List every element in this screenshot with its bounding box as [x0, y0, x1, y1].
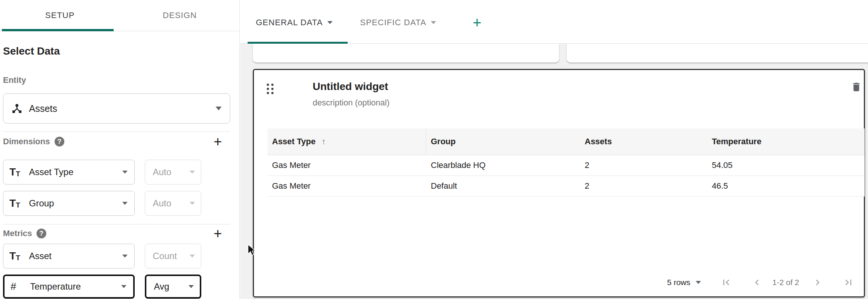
- divider: [3, 131, 230, 132]
- results-table: Asset Type ↑ Group Assets Temperature Ga…: [268, 128, 865, 197]
- widget-above-right: [567, 44, 868, 63]
- dashboard-canvas: GENERAL DATA SPECIFIC DATA + Untitled wi…: [240, 0, 868, 299]
- widget-title-input[interactable]: Untitled widget: [313, 81, 388, 93]
- entity-select[interactable]: Assets: [3, 93, 230, 124]
- metrics-label: Metrics: [3, 229, 32, 238]
- table-row: Gas Meter Default 2 46.5: [268, 176, 865, 197]
- previous-page-button[interactable]: [751, 277, 763, 288]
- tab-specific-data[interactable]: SPECIFIC DATA: [360, 14, 436, 31]
- dimension-row: TT Group Auto: [3, 191, 230, 216]
- select-data-heading: Select Data: [3, 45, 60, 57]
- column-header-asset-type[interactable]: Asset Type ↑: [268, 128, 426, 155]
- text-type-icon: TT: [9, 198, 24, 209]
- metric-aggregation-select: Count: [145, 244, 201, 268]
- chevron-down-icon: [431, 21, 436, 24]
- number-type-icon: #: [11, 281, 25, 293]
- table-widget-card[interactable]: Untitled widget description (optional) A…: [253, 69, 865, 297]
- tab-general-data[interactable]: GENERAL DATA: [256, 14, 333, 31]
- widget-above-left: [253, 44, 559, 63]
- column-header-temperature[interactable]: Temperature: [707, 128, 865, 155]
- dimensions-section-header: Dimensions ? +: [3, 134, 227, 149]
- dimension-field-select-asset-type[interactable]: TT Asset Type: [3, 160, 135, 185]
- chevron-down-icon: [122, 255, 128, 258]
- metric-field-select-temperature[interactable]: # Temperature: [3, 275, 135, 299]
- help-icon[interactable]: ?: [55, 137, 64, 146]
- sidebar-tabbar: SETUP DESIGN: [0, 0, 240, 31]
- dimension-row: TT Asset Type Auto: [3, 160, 230, 185]
- metrics-section-header: Metrics ? +: [3, 226, 227, 241]
- dashboard-builder-screen: SETUP DESIGN Select Data Entity Assets D…: [0, 0, 868, 299]
- text-type-icon: TT: [9, 251, 24, 261]
- chevron-down-icon: [216, 107, 222, 110]
- next-page-button[interactable]: [812, 277, 823, 288]
- help-icon[interactable]: ?: [36, 229, 46, 238]
- active-tab-indicator: [2, 29, 114, 31]
- chevron-down-icon: [696, 281, 701, 284]
- column-header-assets[interactable]: Assets: [580, 128, 707, 155]
- dimension-bucket-select: Auto: [145, 191, 201, 216]
- metric-row-selected: # Temperature Avg: [3, 275, 230, 299]
- widget-description-input[interactable]: description (optional): [313, 98, 389, 108]
- metric-aggregation-select-avg[interactable]: Avg: [145, 275, 201, 299]
- delete-widget-icon[interactable]: [851, 81, 862, 93]
- chevron-down-icon: [122, 202, 128, 205]
- entity-label: Entity: [3, 75, 26, 85]
- add-metric-button[interactable]: +: [214, 226, 227, 241]
- chevron-down-icon: [327, 21, 333, 24]
- chevron-down-icon: [122, 171, 128, 174]
- column-header-group[interactable]: Group: [426, 128, 580, 155]
- first-page-button[interactable]: [721, 277, 732, 288]
- divider: [3, 224, 230, 224]
- chevron-down-icon: [190, 171, 195, 174]
- dimension-field-select-group[interactable]: TT Group: [3, 191, 135, 216]
- chevron-down-icon: [121, 285, 126, 288]
- dimension-bucket-select: Auto: [145, 160, 201, 185]
- metric-row: TT Asset Count: [3, 244, 230, 268]
- data-tabbar: GENERAL DATA SPECIFIC DATA +: [240, 0, 868, 44]
- last-page-button[interactable]: [843, 277, 854, 288]
- chevron-down-icon: [190, 255, 195, 258]
- pagination-range-label: 1-2 of 2: [772, 278, 799, 287]
- drag-handle-icon[interactable]: [267, 84, 274, 94]
- table-row: Gas Meter Clearblade HQ 2 54.05: [268, 155, 865, 176]
- chevron-down-icon: [188, 285, 194, 288]
- sort-asc-icon: ↑: [322, 137, 326, 146]
- add-data-tab-button[interactable]: +: [468, 14, 486, 31]
- table-header-row: Asset Type ↑ Group Assets Temperature: [268, 128, 865, 155]
- table-pagination: 5 rows 1-2 of 2: [667, 275, 854, 290]
- text-type-icon: TT: [9, 167, 24, 177]
- tab-design[interactable]: DESIGN: [120, 0, 240, 31]
- rows-per-page-select[interactable]: 5 rows: [667, 278, 701, 287]
- entity-value: Assets: [29, 103, 57, 114]
- dimensions-label: Dimensions: [3, 137, 50, 146]
- chevron-down-icon: [190, 202, 195, 205]
- device-hub-icon: [11, 102, 23, 114]
- add-dimension-button[interactable]: +: [214, 134, 227, 149]
- tab-setup[interactable]: SETUP: [0, 0, 120, 31]
- setup-panel: SETUP DESIGN Select Data Entity Assets D…: [0, 0, 240, 299]
- metric-field-select-asset[interactable]: TT Asset: [3, 244, 135, 268]
